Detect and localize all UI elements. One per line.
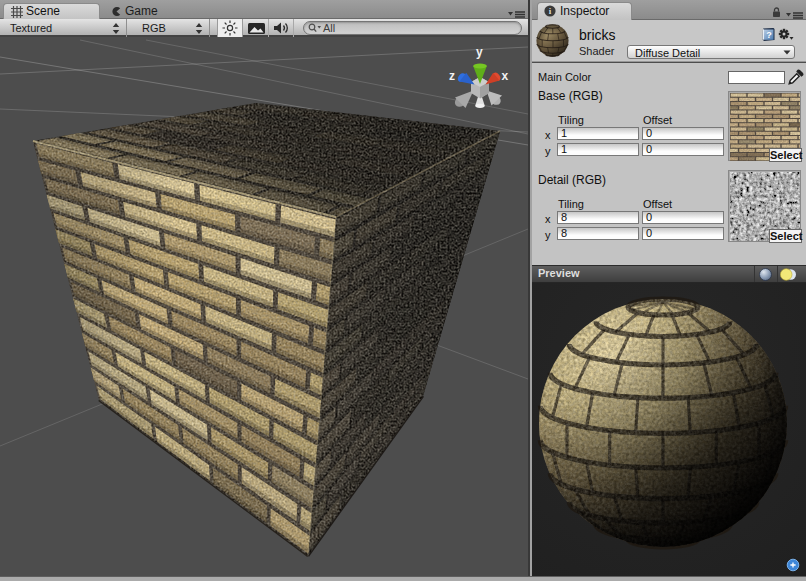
svg-text:x: x [502,69,509,83]
svg-text:y: y [476,45,483,59]
svg-text:?: ? [766,30,772,40]
svg-text:z: z [449,69,455,83]
